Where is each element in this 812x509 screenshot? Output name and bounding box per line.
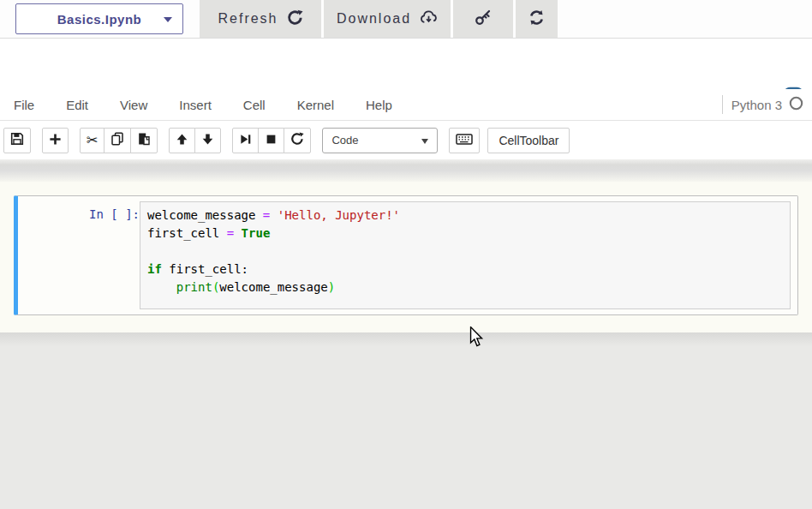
refresh-icon	[287, 9, 303, 29]
menu-kernel[interactable]: Kernel	[297, 98, 334, 112]
key-icon	[475, 9, 492, 29]
menu-help[interactable]: Help	[366, 98, 392, 112]
download-button-label: Download	[337, 11, 411, 27]
paste-cell-button[interactable]	[130, 128, 158, 153]
celltoolbar-button[interactable]: CellToolbar	[487, 128, 570, 153]
notebook-header: jupyter Basics	[0, 38, 812, 89]
add-cell-button[interactable]	[42, 128, 69, 153]
cell-toolbar: ✂ Code CellToolbar	[0, 121, 812, 159]
move-down-button[interactable]	[194, 128, 221, 153]
save-icon	[10, 132, 24, 148]
keyboard-icon	[456, 133, 473, 148]
key-button[interactable]	[453, 0, 513, 38]
notebook-select[interactable]: Basics.Ipynb	[15, 3, 183, 34]
mouse-cursor	[469, 326, 484, 350]
scissors-icon: ✂	[87, 134, 98, 147]
menubar: File Edit View Insert Cell Kernel Help P…	[0, 89, 812, 121]
page-background	[0, 332, 812, 509]
celltoolbar-button-label: CellToolbar	[499, 134, 558, 147]
caret-down-icon	[164, 17, 172, 22]
arrow-up-icon	[176, 133, 188, 148]
notebook-container: In [ ]: welcome_message = 'Hello, Jupyte…	[0, 182, 812, 332]
stop-kernel-button[interactable]	[258, 128, 284, 153]
code-cell[interactable]: In [ ]: welcome_message = 'Hello, Jupyte…	[14, 195, 798, 315]
cut-cell-button[interactable]: ✂	[80, 128, 104, 153]
download-button[interactable]: Download	[324, 0, 451, 38]
restart-icon	[290, 132, 304, 148]
notebook-select-value: Basics.Ipynb	[57, 12, 142, 27]
menu-insert[interactable]: Insert	[179, 98, 212, 112]
kernel-separator	[722, 95, 723, 114]
paste-icon	[137, 132, 151, 148]
code-lines: welcome_message = 'Hello, Jupyter!'first…	[147, 207, 783, 296]
save-button[interactable]	[3, 128, 31, 153]
run-cell-button[interactable]	[232, 128, 259, 153]
restart-kernel-button[interactable]	[284, 128, 311, 153]
copy-cell-button[interactable]	[104, 128, 131, 153]
sync-icon	[528, 9, 545, 29]
menu-file[interactable]: File	[14, 98, 34, 112]
embed-top-bar: Basics.Ipynb Refresh Download	[0, 0, 812, 38]
caret-down-icon	[421, 139, 428, 144]
plus-icon	[49, 133, 62, 148]
move-up-button[interactable]	[169, 128, 195, 153]
stop-icon	[265, 133, 278, 148]
refresh-button[interactable]: Refresh	[200, 0, 321, 38]
celltype-select-value: Code	[331, 134, 358, 147]
celltype-select[interactable]: Code	[322, 128, 438, 153]
run-icon	[239, 133, 252, 148]
sync-button[interactable]	[516, 0, 558, 38]
kernel-name: Python 3	[731, 98, 782, 112]
menu-cell[interactable]: Cell	[243, 98, 266, 112]
cloud-download-icon	[420, 9, 438, 28]
menu-edit[interactable]: Edit	[66, 98, 88, 112]
header-shadow-band	[0, 159, 812, 182]
keyboard-shortcuts-button[interactable]	[449, 128, 480, 153]
copy-icon	[110, 132, 124, 148]
input-prompt: In [ ]:	[18, 207, 140, 221]
menu-view[interactable]: View	[120, 98, 147, 112]
arrow-down-icon	[201, 133, 214, 148]
refresh-button-label: Refresh	[218, 11, 278, 27]
code-editor[interactable]: welcome_message = 'Hello, Jupyter!'first…	[140, 201, 791, 309]
kernel-idle-icon	[789, 96, 803, 114]
